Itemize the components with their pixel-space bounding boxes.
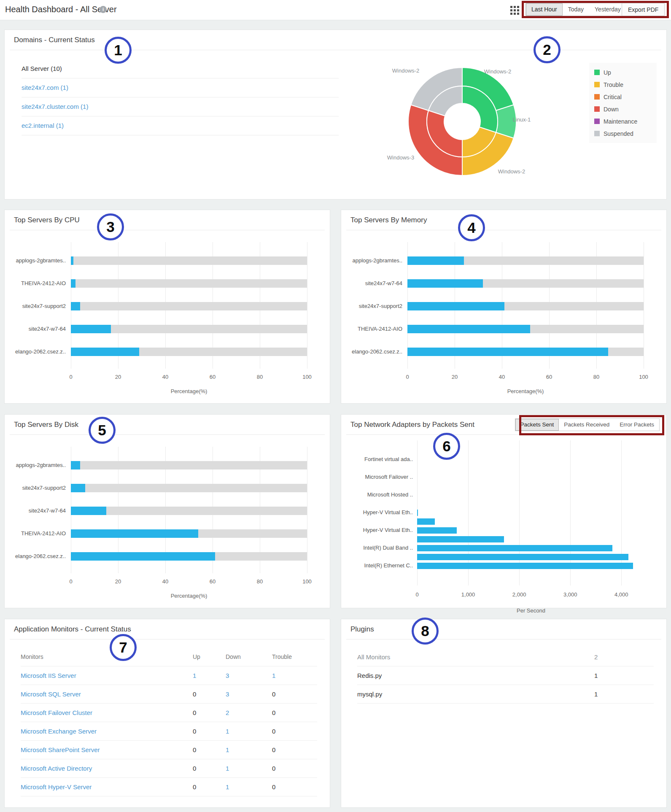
domain-item-site24x7-cluster-com[interactable]: site24x7.cluster.com (1)	[22, 97, 339, 116]
category-label: elango-2062.csez.z..	[5, 553, 66, 560]
adapter-label: Hyper-V Virtual Eth..	[341, 509, 413, 516]
count-trouble: 0	[272, 759, 275, 777]
x-tick-label: 4,000	[614, 591, 628, 598]
legend-item-down[interactable]: Down	[594, 103, 657, 115]
memory-bar	[407, 279, 483, 288]
monitor-link[interactable]: Microsoft Failover Cluster	[21, 704, 92, 722]
x-tick-label: 60	[546, 374, 552, 380]
count-down[interactable]: 2	[226, 704, 229, 722]
x-tick-label: 0	[69, 374, 72, 380]
category-label: site24x7-w7-64	[5, 507, 66, 515]
panel-top-network-adapters: Top Network Adapters by Packets Sent Pac…	[341, 414, 667, 608]
network-bar	[417, 563, 633, 569]
x-tick-label: 40	[162, 578, 168, 585]
table-row: Microsoft Failover Cluster020	[21, 704, 317, 722]
table-header-row: MonitorsUpDownTrouble	[21, 648, 317, 666]
legend-label: Down	[604, 106, 619, 113]
panel-title: Top Servers By Disk	[14, 421, 78, 429]
cpu-bar	[71, 256, 73, 265]
disk-bar-track	[71, 507, 307, 515]
domain-item-all-server[interactable]: All Server (10)	[22, 59, 339, 78]
category-label: site24x7-w7-64	[341, 280, 402, 287]
legend-label: Suspended	[604, 130, 633, 137]
x-tick-label: 80	[257, 578, 263, 585]
monitor-link[interactable]: Microsoft Active Directory	[21, 759, 92, 777]
monitor-link[interactable]: Microsoft Hyper-V Server	[21, 778, 92, 796]
plugins-header-row: All Monitors2	[357, 648, 654, 666]
x-tick-label: 2,000	[512, 591, 526, 598]
plugin-name: All Monitors	[357, 648, 390, 666]
legend-item-up[interactable]: Up	[594, 66, 657, 78]
plugin-name[interactable]: Redis.py	[357, 666, 382, 685]
annotation-box-packet-tabs	[519, 415, 664, 435]
plugin-name[interactable]: mysql.py	[357, 685, 382, 703]
monitor-link[interactable]: Microsoft SQL Server	[21, 685, 81, 703]
plugins-table: All Monitors2Redis.py1mysql.py1	[357, 648, 654, 704]
category-label: site24x7-w7-64	[5, 325, 66, 333]
legend-item-critical[interactable]: Critical	[594, 91, 657, 103]
count-up: 0	[193, 704, 196, 722]
count-down[interactable]: 1	[226, 722, 229, 740]
donut-label-trouble: Windows-2	[498, 168, 525, 175]
count-trouble[interactable]: 1	[272, 666, 275, 685]
panel-title: Top Servers By Memory	[350, 216, 427, 224]
application-monitors-table: MonitorsUpDownTroubleMicrosoft IIS Serve…	[21, 648, 317, 796]
cpu-bar-track	[71, 256, 307, 265]
network-bar	[417, 545, 612, 551]
annotation-circle-8: 8	[412, 618, 439, 645]
legend-label: Critical	[604, 94, 622, 100]
monitor-link[interactable]: Microsoft Exchange Server	[21, 722, 97, 740]
x-tick-label: 20	[452, 374, 458, 380]
x-tick-label: 0	[415, 591, 418, 598]
legend-item-maintenance[interactable]: Maintenance	[594, 115, 657, 127]
cpu-bar	[71, 302, 80, 310]
count-trouble: 0	[272, 685, 275, 703]
category-label: THEIVA-2412-AIO	[341, 325, 402, 333]
count-down[interactable]: 3	[226, 685, 229, 703]
x-tick-label: 60	[210, 374, 216, 380]
panel-title: Plugins	[350, 625, 374, 634]
panel-title: Top Network Adapters by Packets Sent	[350, 421, 474, 429]
info-icon[interactable]	[100, 6, 107, 13]
category-label: applogs-2gbramtes..	[5, 257, 66, 264]
category-label: site24x7-support2	[341, 302, 402, 310]
domain-item-site24x7-com[interactable]: site24x7.com (1)	[22, 78, 339, 97]
panel-top-servers-by-memory: Top Servers By Memory applogs-2gbramtes.…	[341, 210, 667, 404]
cpu-bar	[71, 348, 139, 356]
memory-bar-track	[407, 279, 644, 288]
x-tick-label: 3,000	[563, 591, 577, 598]
count-up: 0	[193, 722, 196, 740]
count-down[interactable]: 1	[226, 741, 229, 759]
table-row: Microsoft Hyper-V Server010	[21, 778, 317, 796]
count-trouble: 0	[272, 722, 275, 740]
count-up[interactable]: 1	[193, 666, 196, 685]
plugin-row: mysql.py1	[357, 685, 654, 704]
domain-item-ec2-internal[interactable]: ec2.internal (1)	[22, 116, 339, 135]
disk-bar	[71, 484, 85, 492]
plugin-count: 1	[594, 685, 598, 703]
donut-label-down: Windows-3	[387, 154, 414, 161]
apps-grid-icon[interactable]	[510, 6, 519, 15]
cpu-bar-track	[71, 348, 307, 356]
count-down[interactable]: 1	[226, 778, 229, 796]
category-label: site24x7-support2	[5, 484, 66, 492]
count-down[interactable]: 1	[226, 759, 229, 777]
x-tick-label: 100	[302, 578, 312, 585]
monitor-link[interactable]: Microsoft IIS Server	[21, 666, 76, 685]
category-label: THEIVA-2412-AIO	[5, 280, 66, 287]
count-up: 0	[193, 685, 196, 703]
legend-swatch-icon	[594, 106, 600, 112]
legend-item-trouble[interactable]: Trouble	[594, 78, 657, 91]
memory-bar-track	[407, 325, 644, 333]
legend-item-suspended[interactable]: Suspended	[594, 127, 657, 140]
count-down[interactable]: 3	[226, 666, 229, 685]
adapter-label: Intel(R) Ethernet C..	[341, 562, 413, 569]
count-up: 0	[193, 778, 196, 796]
adapter-label: Microsoft Hosted ..	[341, 491, 413, 499]
legend-swatch-icon	[594, 82, 600, 87]
monitor-link[interactable]: Microsoft SharePoint Server	[21, 741, 100, 759]
legend-label: Maintenance	[604, 118, 637, 125]
memory-bar	[407, 325, 530, 333]
disk-bar-track	[71, 461, 307, 469]
network-bar	[417, 527, 457, 534]
